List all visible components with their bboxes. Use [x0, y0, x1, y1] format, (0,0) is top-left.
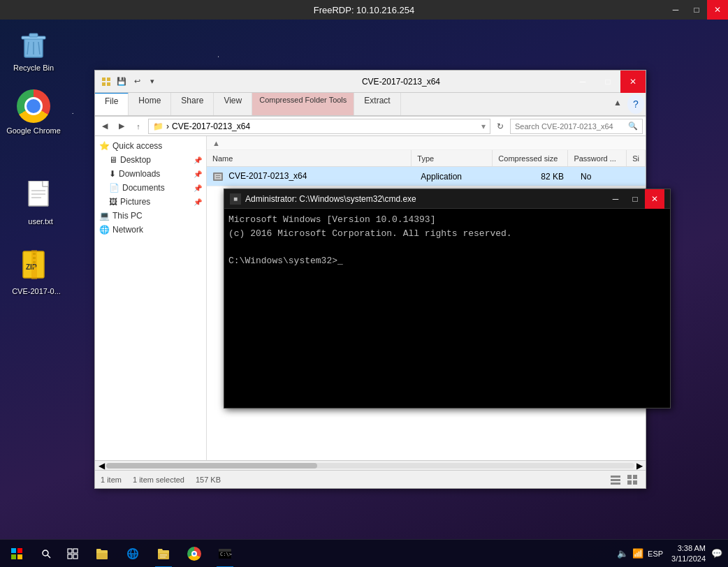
scrollbar-thumb[interactable]	[106, 463, 317, 469]
svg-rect-24	[216, 175, 220, 176]
ribbon-collapse-btn[interactable]: ▲	[609, 93, 626, 112]
desktop-icon-recycle-bin[interactable]: Recycle Bin	[6, 27, 61, 73]
col-header-name[interactable]: Name	[207, 150, 412, 166]
cmd-title: Administrator: C:\Windows\system32\cmd.e…	[245, 194, 606, 204]
svg-rect-17	[33, 265, 36, 267]
svg-rect-14	[33, 253, 36, 255]
file-name-cell: CVE-2017-0213_x64	[207, 171, 415, 182]
details-view-btn[interactable]	[608, 472, 623, 487]
svg-rect-18	[102, 78, 105, 81]
taskbar-app-ie[interactable]: e	[117, 540, 148, 568]
svg-rect-21	[107, 82, 110, 86]
col-header-password[interactable]: Password ...	[568, 150, 627, 166]
up-btn[interactable]: ↑	[131, 119, 145, 133]
freerdp-titlebar: FreeRDP: 10.10.216.254 ─ □ ✕	[0, 0, 728, 20]
desktop-icon-usertxt[interactable]: user.txt	[13, 180, 68, 226]
file-list-header: Name Type Compressed size Password ... S…	[207, 150, 646, 167]
clock-date: 3/11/2024	[671, 554, 706, 564]
file-row-cve[interactable]: CVE-2017-0213_x64 Application 82 KB No	[207, 167, 646, 186]
tab-view[interactable]: View	[214, 93, 252, 115]
horizontal-scrollbar[interactable]: ◀ ▶	[95, 460, 646, 470]
col-header-type[interactable]: Type	[412, 150, 493, 166]
tab-home[interactable]: Home	[129, 93, 171, 115]
tab-compressed-folder-tools[interactable]: Compressed Folder Tools	[252, 93, 354, 115]
tab-extract[interactable]: Extract	[354, 93, 400, 115]
sidebar-item-network[interactable]: 🌐 Network	[95, 223, 206, 237]
chrome-label: Google Chrome	[6, 126, 61, 135]
back-btn[interactable]: ◀	[98, 119, 112, 133]
save-btn[interactable]: 💾	[115, 75, 129, 89]
col-header-size[interactable]: Si	[627, 150, 646, 166]
address-expand-icon: ▾	[481, 122, 486, 131]
pin-icon: 📌	[194, 156, 202, 164]
quick-access-btn[interactable]	[99, 75, 113, 89]
volume-icon[interactable]: 🔈	[617, 548, 628, 559]
address-path[interactable]: 📁 › CVE-2017-0213_x64 ▾	[148, 119, 490, 134]
svg-rect-29	[627, 475, 632, 479]
explorer-maximize-btn[interactable]: □	[595, 71, 620, 93]
scrollbar-track[interactable]	[106, 463, 634, 469]
network-icon[interactable]: 📶	[632, 548, 643, 559]
sidebar-item-this-pc[interactable]: 💻 This PC	[95, 209, 206, 223]
taskbar-app-explorer2[interactable]	[148, 540, 179, 568]
cmd-close-btn[interactable]: ✕	[645, 189, 664, 209]
explorer-minimize-btn[interactable]: ─	[570, 71, 595, 93]
svg-rect-34	[17, 548, 22, 553]
start-button[interactable]	[0, 540, 34, 568]
pin-icon-pics: 📌	[194, 198, 202, 206]
large-icon-view-btn[interactable]	[625, 472, 640, 487]
taskbar-system-tray: 🔈 📶 ESP 3:38 AM 3/11/2024 💬	[617, 543, 728, 564]
clock-time: 3:38 AM	[671, 543, 706, 553]
cve-zip-icon: ZIP	[20, 250, 53, 284]
taskbar-app-chrome[interactable]	[179, 540, 210, 568]
section-header[interactable]: ▲	[207, 136, 646, 150]
forward-btn[interactable]: ▶	[115, 119, 129, 133]
task-view-btn[interactable]	[59, 540, 87, 568]
cmd-minimize-btn[interactable]: ─	[606, 189, 625, 209]
freerdp-minimize-btn[interactable]: ─	[665, 0, 686, 20]
notification-btn[interactable]: 💬	[711, 548, 722, 559]
sidebar-item-desktop[interactable]: 🖥 Desktop 📌	[95, 153, 206, 167]
undo-btn[interactable]: ↩	[130, 75, 144, 89]
cmd-win-controls: ─ □ ✕	[606, 189, 664, 209]
desktop-icon-chrome[interactable]: Google Chrome	[6, 89, 61, 135]
tab-file[interactable]: File	[95, 92, 129, 115]
cmd-titlebar: ■ Administrator: C:\Windows\system32\cmd…	[224, 189, 670, 209]
sidebar-item-pictures[interactable]: 🖼 Pictures 📌	[95, 195, 206, 209]
scroll-right-btn[interactable]: ▶	[634, 461, 644, 471]
col-header-compressed-size[interactable]: Compressed size	[493, 150, 568, 166]
quick-access-icon: ⭐	[99, 141, 110, 151]
user-txt-label: user.txt	[28, 216, 52, 226]
explorer-titlebar: 💾 ↩ ▾ CVE-2017-0213_x64 ─ □ ✕	[95, 71, 646, 93]
scroll-left-btn[interactable]: ◀	[96, 461, 106, 471]
section-chevron: ▲	[212, 139, 220, 147]
language-indicator[interactable]: ESP	[648, 550, 663, 558]
cmd-body[interactable]: Microsoft Windows [Version 10.0.14393] (…	[224, 209, 670, 408]
item-count: 1 item	[101, 476, 122, 484]
sidebar-item-documents[interactable]: 📄 Documents 📌	[95, 181, 206, 195]
svg-rect-27	[611, 479, 620, 481]
desktop-icon-cve-zip[interactable]: ZIP CVE-2017-0...	[8, 250, 64, 296]
address-bar: ◀ ▶ ↑ 📁 › CVE-2017-0213_x64 ▾ ↻ 🔍	[95, 117, 646, 136]
refresh-btn[interactable]: ↻	[493, 119, 507, 133]
svg-point-37	[43, 550, 48, 556]
freerdp-close-btn[interactable]: ✕	[707, 0, 728, 20]
sidebar-pictures-label: Pictures	[120, 197, 150, 207]
item-size: 157 KB	[196, 476, 221, 484]
taskbar-app-cmd[interactable]: C:\>_	[210, 540, 240, 568]
sidebar-item-downloads[interactable]: ⬇ Downloads 📌	[95, 167, 206, 181]
help-btn[interactable]: ?	[627, 94, 644, 114]
search-input[interactable]	[515, 122, 628, 131]
explorer-close-btn[interactable]: ✕	[620, 71, 646, 93]
dropdown-btn[interactable]: ▾	[145, 75, 159, 89]
taskbar-clock[interactable]: 3:38 AM 3/11/2024	[671, 543, 706, 564]
cmd-maximize-btn[interactable]: □	[625, 189, 645, 209]
svg-rect-49	[160, 554, 167, 556]
freerdp-maximize-btn[interactable]: □	[686, 0, 707, 20]
svg-rect-36	[17, 554, 22, 559]
taskbar-search-btn[interactable]	[34, 540, 59, 568]
taskbar-app-explorer[interactable]	[87, 540, 117, 568]
svg-rect-25	[216, 177, 220, 178]
tab-share[interactable]: Share	[171, 93, 214, 115]
sidebar-item-quick-access[interactable]: ⭐ Quick access	[95, 139, 206, 153]
